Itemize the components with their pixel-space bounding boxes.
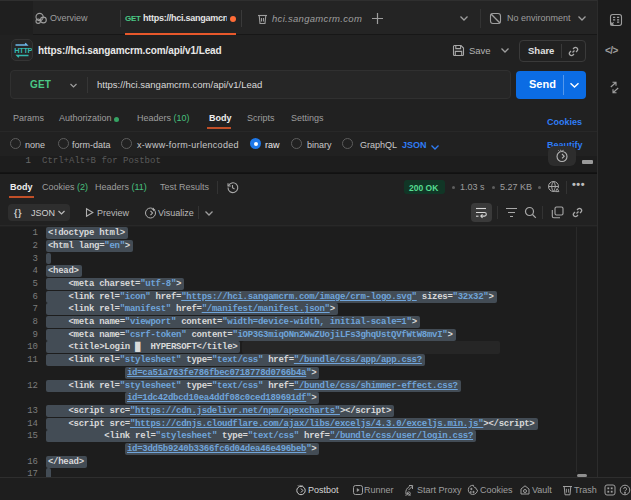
svg-text:HTTP: HTTP [14,46,32,55]
